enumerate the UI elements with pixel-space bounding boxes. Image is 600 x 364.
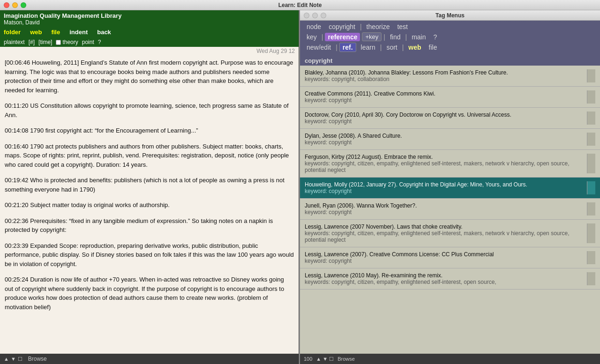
ref-item[interactable]: Doctorow, Cory (2010, April 30). Cory Do… <box>300 108 600 129</box>
indent-button[interactable]: indent <box>69 29 88 36</box>
user-name: Matson, David <box>4 19 295 26</box>
nav-sep-7: | <box>402 44 404 51</box>
nav-web[interactable]: web <box>405 43 424 52</box>
nav-find[interactable]: find <box>387 33 404 41</box>
ref-handle[interactable] <box>587 181 595 194</box>
nav-sep-1: | <box>360 23 362 30</box>
ref-title: Doctorow, Cory (2010, April 30). Cory Do… <box>305 111 583 118</box>
ref-item[interactable]: Creative Commons (2011). Creative Common… <box>300 87 600 108</box>
ref-item[interactable]: Houweling, Molly (2012, January 27). Cop… <box>300 178 600 199</box>
right-minimize-button[interactable] <box>312 13 318 18</box>
nav-sort[interactable]: sort <box>383 43 400 52</box>
note-6: 00:22:36 Prerequisites: “fixed in any ta… <box>5 216 294 235</box>
nav-sep-5: | <box>336 44 338 51</box>
theory-checkbox[interactable] <box>56 40 61 45</box>
right-title-bar: Tag Menus <box>300 10 600 21</box>
minimize-button[interactable] <box>12 2 18 8</box>
right-close-button[interactable] <box>304 13 309 18</box>
right-footer: 100 ▲ ▼ ☐ Browse <box>300 354 600 364</box>
ref-handle[interactable] <box>587 202 595 215</box>
nav-key[interactable]: key <box>304 33 320 41</box>
browse-button-left[interactable]: Browse <box>28 356 47 362</box>
theory-checkbox-group: theory <box>56 39 78 45</box>
ref-handle[interactable] <box>587 111 595 125</box>
nav-row-3: new/edit | ref. learn | sort | web file <box>304 43 596 52</box>
footer-icon-3: ☐ <box>18 356 22 362</box>
left-footer: ▲ ▼ ☐ Browse <box>0 354 299 364</box>
left-toolbar-bar: plaintext [#] [time] theory point ? <box>0 37 299 47</box>
ref-keywords: keyword: copyright <box>305 139 583 146</box>
ref-item-text: Lessig, Lawrence (2007 November). Laws t… <box>305 223 583 243</box>
nav-theorize[interactable]: theorize <box>364 22 393 31</box>
hash-button[interactable]: [#] <box>29 39 35 45</box>
right-window-title: Tag Menus <box>435 12 465 19</box>
folder-button[interactable]: folder <box>4 29 21 36</box>
ref-item[interactable]: Dylan, Jesse (2008). A Shared Culture.ke… <box>300 129 600 150</box>
ref-item[interactable]: Lessig, Lawrence (2007 November). Laws t… <box>300 220 600 247</box>
plaintext-button[interactable]: plaintext <box>4 39 25 45</box>
ref-item[interactable]: Ferguson, Kirby (2012 August). Embrace t… <box>300 150 600 178</box>
note-7: 00:23:39 Expanded Scope: reproduction, p… <box>5 241 294 269</box>
footer-icon-2: ▼ <box>11 356 16 362</box>
right-nav: node copyright | theorize test key | ref… <box>300 21 600 55</box>
ref-item[interactable]: Lessig, Lawrence (2010 May). Re-examinin… <box>300 268 600 290</box>
nav-copyright[interactable]: copyright <box>326 22 358 31</box>
maximize-button[interactable] <box>21 2 26 8</box>
left-pane: Imagination Quality Management Library M… <box>0 10 299 364</box>
ref-keywords: keyword: copyright <box>305 118 583 125</box>
ref-item-text: Dylan, Jesse (2008). A Shared Culture.ke… <box>305 133 583 146</box>
ref-title: Lessig, Lawrence (2007 November). Laws t… <box>305 223 583 230</box>
ref-handle[interactable] <box>587 90 595 104</box>
left-toolbar: folder web file indent back <box>0 27 299 37</box>
ref-keywords: keywords: copyright, citizen, empathy, e… <box>305 230 583 243</box>
close-button[interactable] <box>4 2 9 8</box>
ref-keywords: keyword: copyright <box>305 258 583 264</box>
nav-reference[interactable]: reference <box>325 33 360 41</box>
ref-item[interactable]: Junell, Ryan (2006). Wanna Work Together… <box>300 199 600 220</box>
reference-list: Blakley, Johanna (2010). Johanna Blakley… <box>300 66 600 354</box>
point-button[interactable]: point <box>82 39 94 45</box>
right-maximize-button[interactable] <box>321 13 326 18</box>
nav-learn[interactable]: learn <box>358 43 378 52</box>
time-button[interactable]: [time] <box>38 39 52 45</box>
nav-question[interactable]: ? <box>431 33 440 41</box>
nav-main[interactable]: main <box>409 33 428 41</box>
nav-new-edit[interactable]: new/edit <box>304 43 334 52</box>
note-8: 00:25:24 Duration is now life of author … <box>5 275 294 312</box>
nav-test[interactable]: test <box>394 22 411 31</box>
ref-keywords: keyword: copyright <box>305 188 583 194</box>
nav-plus-key[interactable]: +key <box>362 32 382 41</box>
ref-item-text: Junell, Ryan (2006). Wanna Work Together… <box>305 202 583 215</box>
ref-keywords: keywords: copyright, citizen, empathy, e… <box>305 160 583 173</box>
nav-node[interactable]: node <box>304 22 324 31</box>
note-4: 00:19:42 Who is protected and benefits: … <box>5 176 294 194</box>
ref-item[interactable]: Blakley, Johanna (2010). Johanna Blakley… <box>300 66 600 87</box>
ref-handle[interactable] <box>587 272 595 285</box>
back-button[interactable]: back <box>97 29 111 36</box>
note-1: 00:11:20 US Constitution allows copyrigh… <box>5 101 294 119</box>
note-2: 00:14:08 1790 first copyright act: “for … <box>5 126 294 135</box>
left-window-title: Learn: Edit Note <box>278 2 322 8</box>
nav-ref[interactable]: ref. <box>339 43 356 52</box>
file-button[interactable]: file <box>51 29 60 36</box>
ref-handle[interactable] <box>587 154 595 173</box>
ref-handle[interactable] <box>587 251 595 264</box>
ref-item[interactable]: Lessig, Lawrence (2007). Creative Common… <box>300 247 600 268</box>
ref-title: Lessig, Lawrence (2007). Creative Common… <box>305 251 583 258</box>
ref-title: Lessig, Lawrence (2010 May). Re-examinin… <box>305 272 583 279</box>
ref-handle[interactable] <box>587 133 595 146</box>
nav-sep-6: | <box>380 44 382 51</box>
theory-label: theory <box>62 39 78 45</box>
nav-sep-4: | <box>405 33 407 41</box>
question-button[interactable]: ? <box>98 39 101 45</box>
ref-handle[interactable] <box>587 223 595 243</box>
ref-handle[interactable] <box>587 69 595 82</box>
ref-keywords: keyword: copyright <box>305 97 583 104</box>
nav-file[interactable]: file <box>426 43 440 52</box>
browse-button-right[interactable]: Browse <box>338 356 355 362</box>
ref-item-text: Creative Commons (2011). Creative Common… <box>305 90 583 104</box>
ref-title: Junell, Ryan (2006). Wanna Work Together… <box>305 202 583 209</box>
footer-icons-right: ▲ ▼ ☐ <box>316 356 334 362</box>
web-button[interactable]: web <box>30 29 42 36</box>
ref-keywords: keywords: copyright, collaboration <box>305 76 583 82</box>
